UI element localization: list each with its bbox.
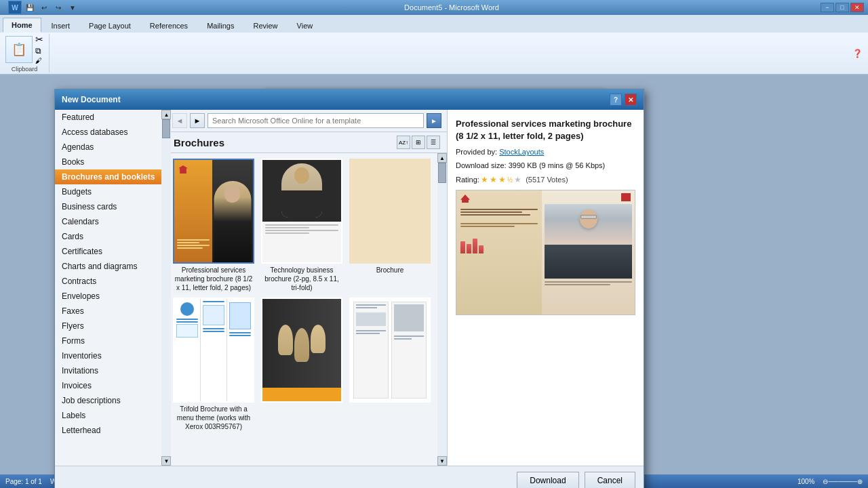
customize-icon[interactable]: ▼ bbox=[66, 1, 79, 14]
forward-button[interactable]: ► bbox=[190, 113, 205, 128]
template-item[interactable]: Technology business brochure (2-pg, 8.5 … bbox=[260, 159, 343, 292]
sidebar-item-flyers[interactable]: Flyers bbox=[55, 319, 161, 333]
sidebar-item-invitations[interactable]: Invitations bbox=[55, 363, 161, 378]
dialog-close-button[interactable]: ✕ bbox=[625, 94, 637, 106]
preview-right-logo bbox=[621, 193, 631, 201]
close-button[interactable]: ✕ bbox=[850, 3, 864, 12]
templates-scroll-down[interactable]: ▼ bbox=[437, 456, 447, 466]
download-size-label: Download size: bbox=[456, 161, 507, 169]
sidebar-item-invoices[interactable]: Invoices bbox=[55, 378, 161, 393]
preview-chart bbox=[460, 235, 538, 253]
dialog-help-button[interactable]: ? bbox=[610, 94, 622, 106]
dialog-title-icons: ? ✕ bbox=[610, 94, 637, 106]
sidebar-item-budgets[interactable]: Budgets bbox=[55, 184, 161, 199]
save-icon[interactable]: 💾 bbox=[24, 1, 36, 14]
zoom-level: 100% bbox=[797, 478, 815, 485]
template-item[interactable] bbox=[260, 298, 343, 431]
template-item[interactable]: Brochure bbox=[349, 159, 431, 292]
search-input[interactable] bbox=[208, 113, 424, 128]
tab-references[interactable]: References bbox=[141, 18, 197, 33]
paste-button[interactable]: 📋 bbox=[5, 36, 33, 63]
cancel-button[interactable]: Cancel bbox=[585, 472, 635, 488]
star-2: ★ bbox=[490, 175, 497, 184]
preview-brochure-content bbox=[456, 190, 635, 314]
copy-button[interactable]: ⧉ bbox=[35, 46, 43, 56]
download-size-field: Download size: 3990 KB (9 mins @ 56 Kbps… bbox=[456, 161, 635, 169]
sidebar-item-inventories[interactable]: Inventories bbox=[55, 348, 161, 363]
preview-text-area bbox=[460, 209, 538, 216]
nav-scroll-thumb[interactable] bbox=[162, 119, 170, 138]
preview-text-line bbox=[460, 214, 530, 216]
chart-bar bbox=[473, 239, 477, 253]
sidebar-item-faxes[interactable]: Faxes bbox=[55, 304, 161, 319]
tab-page-layout[interactable]: Page Layout bbox=[80, 18, 140, 33]
template-item[interactable]: Professional services marketing brochure… bbox=[172, 159, 255, 292]
dialog-title: New Document bbox=[62, 95, 121, 104]
star-5: ★ bbox=[514, 175, 521, 184]
format-painter-button[interactable]: 🖌 bbox=[35, 57, 43, 64]
sidebar-item-letterhead[interactable]: Letterhead bbox=[55, 423, 161, 438]
sidebar-item-charts[interactable]: Charts and diagrams bbox=[55, 259, 161, 274]
templates-scroll-up[interactable]: ▲ bbox=[437, 153, 447, 163]
sidebar-item-forms[interactable]: Forms bbox=[55, 333, 161, 348]
help-icon[interactable]: ❓ bbox=[852, 49, 863, 58]
content-panel: ◄ ► ► Brochures AZ↑ ⊞ ☰ bbox=[167, 110, 447, 466]
quick-access-bar: W 💾 ↩ ↪ ▼ bbox=[4, 1, 83, 14]
chart-bar bbox=[479, 245, 484, 253]
preview-heart-icon bbox=[460, 195, 470, 203]
cut-button[interactable]: ✂ bbox=[35, 34, 43, 45]
tab-home[interactable]: Home bbox=[3, 18, 41, 33]
template-item[interactable]: Trifold Brochure with a menu theme (work… bbox=[172, 298, 255, 431]
window-title: Document5 - Microsoft Word bbox=[83, 3, 821, 12]
sidebar-item-envelopes[interactable]: Envelopes bbox=[55, 289, 161, 304]
sidebar-item-business-cards[interactable]: Business cards bbox=[55, 199, 161, 214]
nav-scroll-up-button[interactable]: ▲ bbox=[161, 110, 171, 119]
tab-mailings[interactable]: Mailings bbox=[198, 18, 243, 33]
chart-bar bbox=[467, 244, 471, 253]
undo-icon[interactable]: ↩ bbox=[38, 1, 50, 14]
dialog-footer: Download Cancel bbox=[55, 466, 644, 488]
tab-view[interactable]: View bbox=[288, 18, 322, 33]
sidebar-item-cards[interactable]: Cards bbox=[55, 229, 161, 244]
preview-suit bbox=[545, 245, 632, 279]
zoom-slider[interactable]: ⊖──────⊕ bbox=[823, 478, 863, 485]
preview-text-line bbox=[460, 211, 522, 213]
search-go-button[interactable]: ► bbox=[427, 113, 441, 128]
star-1: ★ bbox=[481, 175, 488, 184]
sidebar-item-brochures[interactable]: Brochures and booklets bbox=[55, 169, 161, 184]
template-caption: Professional services marketing brochure… bbox=[172, 266, 255, 292]
sidebar-item-featured[interactable]: Featured bbox=[55, 110, 161, 125]
content-header: Brochures AZ↑ ⊞ ☰ bbox=[167, 132, 447, 153]
view-sort-button[interactable]: AZ↑ bbox=[397, 136, 410, 149]
sidebar-item-access-databases[interactable]: Access databases bbox=[55, 125, 161, 140]
redo-icon[interactable]: ↪ bbox=[52, 1, 64, 14]
preview-left-page bbox=[456, 190, 542, 314]
sidebar-item-labels[interactable]: Labels bbox=[55, 408, 161, 423]
preview-text-line bbox=[460, 226, 515, 227]
sidebar-item-job-descriptions[interactable]: Job descriptions bbox=[55, 393, 161, 408]
download-button[interactable]: Download bbox=[517, 472, 578, 488]
maximize-button[interactable]: □ bbox=[835, 3, 849, 12]
sidebar-item-calendars[interactable]: Calendars bbox=[55, 214, 161, 229]
view-large-icon-button[interactable]: ⊞ bbox=[412, 136, 425, 149]
minimize-button[interactable]: − bbox=[821, 3, 834, 12]
template-preview bbox=[456, 190, 635, 315]
templates-grid: Professional services marketing brochure… bbox=[167, 153, 437, 466]
sidebar-item-contracts[interactable]: Contracts bbox=[55, 274, 161, 289]
templates-scroll-thumb[interactable] bbox=[438, 163, 446, 183]
back-button[interactable]: ◄ bbox=[172, 113, 187, 128]
template-item[interactable] bbox=[349, 298, 431, 431]
rating-count: (5517 Votes) bbox=[526, 176, 568, 184]
preview-text-area-2 bbox=[460, 223, 538, 227]
sidebar-item-certificates[interactable]: Certificates bbox=[55, 244, 161, 259]
preview-right-text bbox=[545, 281, 632, 285]
view-list-button[interactable]: ☰ bbox=[427, 136, 440, 149]
tab-review[interactable]: Review bbox=[244, 18, 286, 33]
tab-insert[interactable]: Insert bbox=[43, 18, 79, 33]
ribbon-content: 📋 ✂ ⧉ 🖌 Clipboard ❓ bbox=[0, 33, 868, 75]
preview-right-page bbox=[542, 190, 635, 314]
clipboard-group: 📋 ✂ ⧉ 🖌 Clipboard bbox=[5, 34, 50, 73]
sidebar-item-books[interactable]: Books bbox=[55, 155, 161, 169]
detail-panel: Professional services marketing brochure… bbox=[447, 110, 644, 466]
sidebar-item-agendas[interactable]: Agendas bbox=[55, 140, 161, 155]
